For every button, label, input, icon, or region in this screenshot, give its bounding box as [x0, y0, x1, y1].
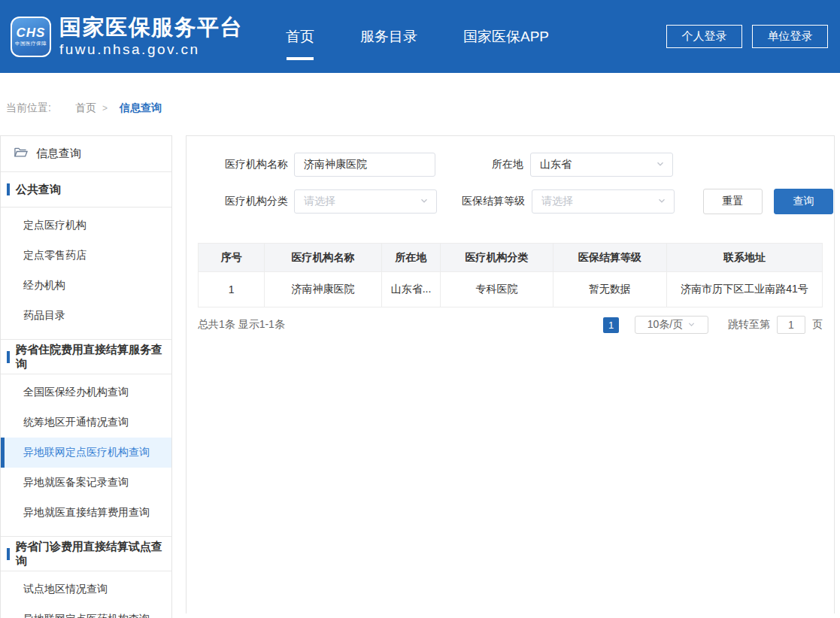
main-nav: 首页 服务目录 国家医保APP — [284, 24, 550, 50]
nav-item-service-catalog[interactable]: 服务目录 — [359, 24, 419, 50]
cell-index: 1 — [199, 272, 265, 307]
site-title: 国家医保服务平台 — [59, 15, 243, 40]
nav-item-app[interactable]: 国家医保APP — [462, 24, 550, 50]
cell-location: 山东省... — [381, 272, 441, 307]
cell-org-name: 济南神康医院 — [265, 272, 381, 307]
column-header-address: 联系地址 — [666, 244, 822, 272]
sidebar-item-remote-networked-medical-query[interactable]: 异地联网定点医疗机构查询 — [1, 438, 171, 468]
column-header-org-type: 医疗机构分类 — [441, 244, 553, 272]
jump-prefix-label: 跳转至第 — [728, 318, 770, 332]
sidebar-title[interactable]: 信息查询 — [1, 136, 171, 172]
org-login-button[interactable]: 单位登录 — [752, 25, 828, 48]
chevron-down-icon — [656, 159, 665, 171]
table-header-row: 序号 医疗机构名称 所在地 医疗机构分类 医保结算等级 联系地址 — [199, 244, 823, 272]
logo-icon-text: CHS — [17, 26, 46, 40]
page-layout: 信息查询 公共查询 定点医疗机构 定点零售药店 经办机构 药品目录 跨省住院费用… — [0, 135, 840, 618]
sidebar-item-remote-networked-pharmacy-query[interactable]: 异地联网定点医药机构查询 — [1, 604, 171, 618]
nav-item-home[interactable]: 首页 — [284, 24, 316, 50]
top-header: CHS 中国医疗保障 国家医保服务平台 fuwu.nhsa.gov.cn 首页 … — [0, 0, 840, 73]
chevron-down-icon — [687, 319, 696, 331]
brand-block: 国家医保服务平台 fuwu.nhsa.gov.cn — [59, 15, 243, 59]
location-select[interactable]: 山东省 — [530, 153, 673, 177]
chevron-down-icon — [657, 195, 666, 208]
cell-address: 济南市历下区工业南路41号 — [666, 272, 822, 307]
location-select-value: 山东省 — [540, 158, 656, 171]
main-content: 医疗机构名称 所在地 山东省 医疗机构分类 请选择 医保结算等级 请选择 — [186, 135, 835, 613]
pagination-summary: 总共1条 显示1-1条 — [198, 318, 285, 332]
cell-settle-level: 暂无数据 — [553, 272, 666, 307]
table-row: 1 济南神康医院 山东省... 专科医院 暂无数据 济南市历下区工业南路41号 — [199, 272, 823, 307]
sidebar-item-national-agency-query[interactable]: 全国医保经办机构查询 — [1, 377, 171, 407]
org-type-label: 医疗机构分类 — [219, 195, 288, 208]
sidebar-item-pilot-region-query[interactable]: 试点地区情况查询 — [1, 574, 171, 604]
filter-row-2: 医疗机构分类 请选择 医保结算等级 请选择 重置 查询 — [186, 189, 834, 214]
breadcrumb-current-link[interactable]: 信息查询 — [120, 101, 162, 115]
org-name-input[interactable] — [294, 153, 435, 177]
column-header-org-name: 医疗机构名称 — [265, 244, 381, 272]
sidebar: 信息查询 公共查询 定点医疗机构 定点零售药店 经办机构 药品目录 跨省住院费用… — [0, 135, 172, 618]
breadcrumb-separator: > — [102, 103, 108, 114]
section-header-outpatient-pilot: 跨省门诊费用直接结算试点查询 — [1, 536, 171, 571]
breadcrumb-home-link[interactable]: 首页 — [75, 101, 96, 115]
org-name-label: 医疗机构名称 — [219, 158, 288, 171]
org-type-select-placeholder: 请选择 — [304, 195, 420, 208]
org-type-select[interactable]: 请选择 — [294, 189, 437, 214]
cell-org-type: 专科医院 — [441, 272, 553, 307]
sidebar-item-handling-agency[interactable]: 经办机构 — [1, 271, 171, 301]
page-number-button[interactable]: 1 — [603, 317, 619, 333]
jump-suffix-label: 页 — [812, 318, 823, 332]
section-header-inpatient-settlement: 跨省住院费用直接结算服务查询 — [1, 339, 171, 374]
personal-login-button[interactable]: 个人登录 — [666, 25, 742, 48]
page-size-value: 10条/页 — [647, 318, 683, 332]
column-header-index: 序号 — [199, 244, 265, 272]
site-url: fuwu.nhsa.gov.cn — [59, 40, 243, 59]
sidebar-section-cross-province-inpatient: 跨省住院费用直接结算服务查询 全国医保经办机构查询 统筹地区开通情况查询 异地联… — [1, 339, 171, 531]
sidebar-section-public: 公共查询 定点医疗机构 定点零售药店 经办机构 药品目录 — [1, 172, 171, 334]
folder-icon — [14, 147, 28, 161]
auth-buttons: 个人登录 单位登录 — [666, 25, 828, 48]
section-header-public-query: 公共查询 — [1, 172, 171, 208]
chevron-down-icon — [420, 195, 429, 208]
results-table: 序号 医疗机构名称 所在地 医疗机构分类 医保结算等级 联系地址 1 济南神康医… — [198, 243, 823, 307]
sidebar-item-drug-catalog[interactable]: 药品目录 — [1, 301, 171, 331]
reset-button[interactable]: 重置 — [703, 189, 763, 214]
app-logo[interactable]: CHS 中国医疗保障 国家医保服务平台 fuwu.nhsa.gov.cn — [11, 15, 243, 59]
logo-icon-subtext: 中国医疗保障 — [15, 40, 47, 47]
column-header-location: 所在地 — [381, 244, 441, 272]
sidebar-item-remote-record-query[interactable]: 异地就医备案记录查询 — [1, 468, 171, 498]
jump-page-input[interactable] — [777, 316, 805, 334]
location-label: 所在地 — [435, 158, 523, 171]
settle-level-label: 医保结算等级 — [437, 195, 525, 208]
sidebar-title-label: 信息查询 — [36, 147, 81, 161]
breadcrumb-prefix: 当前位置: — [6, 101, 51, 115]
chs-logo-icon: CHS 中国医疗保障 — [11, 17, 51, 57]
settle-level-select[interactable]: 请选择 — [532, 189, 675, 214]
page-size-select[interactable]: 10条/页 — [635, 316, 708, 334]
column-header-settle-level: 医保结算等级 — [553, 244, 666, 272]
filter-row-1: 医疗机构名称 所在地 山东省 — [186, 153, 834, 177]
sidebar-item-designated-medical[interactable]: 定点医疗机构 — [1, 211, 171, 241]
search-button[interactable]: 查询 — [774, 189, 833, 214]
sidebar-item-region-open-status-query[interactable]: 统筹地区开通情况查询 — [1, 407, 171, 438]
breadcrumb: 当前位置: 首页 > 信息查询 — [0, 101, 840, 115]
sidebar-item-remote-settlement-fee-query[interactable]: 异地就医直接结算费用查询 — [1, 498, 171, 528]
sidebar-item-designated-pharmacy[interactable]: 定点零售药店 — [1, 241, 171, 271]
pagination: 总共1条 显示1-1条 1 10条/页 跳转至第 页 — [198, 316, 823, 334]
settle-level-select-placeholder: 请选择 — [541, 195, 657, 208]
sidebar-section-cross-province-outpatient: 跨省门诊费用直接结算试点查询 试点地区情况查询 异地联网定点医药机构查询 — [1, 536, 171, 618]
